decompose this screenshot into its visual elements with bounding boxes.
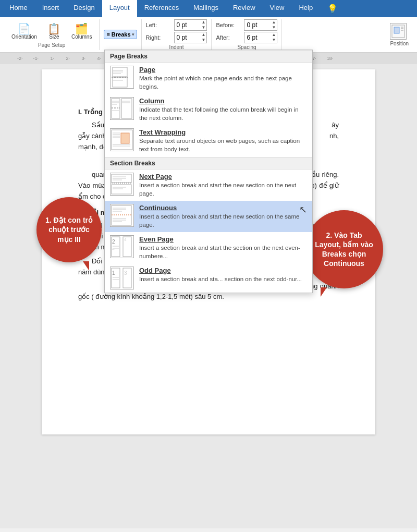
dropdown-item-even-page[interactable]: 2 – 4 Even Page Insert a section break a… (105, 232, 312, 263)
columns-icon: 🗂️ (75, 23, 88, 34)
orientation-icon: 📄 (18, 23, 31, 34)
indent-right-up[interactable]: ▲ (201, 32, 207, 38)
tab-review[interactable]: Review (226, 0, 263, 17)
breaks-label: ≡ Breaks (106, 31, 130, 38)
indent-left-input[interactable]: 0 pt (175, 21, 201, 29)
columns-label: Columns (71, 34, 92, 40)
even-page-desc: Insert a section break and start the sec… (139, 244, 307, 260)
tab-mailings[interactable]: Mailings (186, 0, 226, 17)
annotation-bubble-2: 2. Vào Tab Layout, bấm vào Breaks chọn C… (305, 210, 383, 288)
indent-right-input[interactable]: 0 pt (175, 33, 201, 42)
size-button[interactable]: 📋 Size (41, 22, 67, 41)
spacing-after-spinbox[interactable]: 6 pt ▲▼ (244, 32, 277, 43)
next-page-title: Next Page (139, 173, 307, 180)
indent-left-spinbox[interactable]: 0 pt ▲▼ (174, 19, 207, 31)
spacing-before-input[interactable]: 0 pt (244, 21, 271, 29)
dropdown-item-next-page[interactable]: Next Page Insert a section break and sta… (105, 170, 312, 201)
svg-rect-1 (394, 27, 399, 33)
svg-text:–: – (112, 247, 115, 251)
column-break-desc: Indicate that the text following the col… (139, 105, 307, 122)
tab-home[interactable]: Home (2, 0, 35, 17)
group-page-setup: 📄 Orientation 📋 Size 🗂️ Columns Page Set… (4, 19, 100, 50)
spacing-after-label: After: (216, 34, 242, 41)
cursor-indicator: ↖ (299, 204, 307, 215)
ribbon-tabs: Home Insert Design Layout References Mai… (0, 0, 417, 17)
even-page-title: Even Page (139, 235, 307, 243)
group-indent: Left: 0 pt ▲▼ Right: 0 pt ▲▼ I (142, 19, 212, 50)
next-page-icon (110, 173, 134, 196)
odd-page-text: Odd Page Insert a section break and sta.… (139, 267, 307, 283)
dropdown-item-text-wrapping[interactable]: Text Wrapping Separate text around objec… (105, 125, 312, 156)
spacing-before-down[interactable]: ▼ (271, 25, 277, 30)
ribbon-bar: 📄 Orientation 📋 Size 🗂️ Columns Page Set… (0, 17, 417, 53)
page-break-title: Page (139, 66, 307, 74)
svg-text:1: 1 (112, 270, 115, 276)
continuous-desc: Insert a section break and start the new… (139, 212, 307, 229)
section-page-breaks-title: Page Breaks (105, 50, 312, 63)
page-break-desc: Mark the point at which one page ends an… (139, 74, 307, 91)
dropdown-item-page[interactable]: Page Mark the point at which one page en… (105, 63, 312, 94)
svg-rect-13 (121, 99, 132, 118)
tab-references[interactable]: References (137, 0, 186, 17)
continuous-icon (110, 204, 134, 227)
text-wrapping-desc: Separate text around objects on web page… (139, 137, 307, 153)
indent-right-spinbox[interactable]: 0 pt ▲▼ (174, 32, 207, 43)
odd-page-title: Odd Page (139, 267, 307, 274)
page-setup-label: Page Setup (8, 42, 95, 48)
svg-rect-31 (112, 185, 131, 194)
svg-rect-12 (112, 99, 120, 118)
spacing-before-up[interactable]: ▲ (271, 20, 277, 25)
column-break-text: Column Indicate that the text following … (139, 97, 307, 122)
text-wrapping-icon (110, 128, 134, 151)
tab-view[interactable]: View (263, 0, 292, 17)
indent-right-down[interactable]: ▼ (201, 38, 207, 43)
breaks-button[interactable]: ≡ Breaks ▾ (104, 30, 137, 39)
indent-left-up[interactable]: ▲ (201, 20, 207, 25)
tab-help[interactable]: Help (291, 0, 320, 17)
indent-left-down[interactable]: ▼ (201, 25, 207, 30)
tab-design[interactable]: Design (66, 0, 102, 17)
orientation-button[interactable]: 📄 Orientation (8, 22, 40, 41)
svg-text:4: 4 (124, 237, 127, 242)
even-page-text: Even Page Insert a section break and sta… (139, 235, 307, 260)
size-icon: 📋 (47, 23, 60, 34)
spacing-after-down[interactable]: ▼ (271, 38, 277, 43)
continuous-title: Continuous (139, 204, 307, 212)
orientation-label: Orientation (11, 34, 37, 40)
dropdown-item-continuous[interactable]: Continuous Insert a section break and st… (105, 201, 312, 232)
breaks-dropdown-menu: Page Breaks Page Mark the point at which… (104, 50, 313, 293)
column-break-title: Column (139, 97, 307, 105)
breaks-dropdown-arrow: ▾ (132, 32, 134, 37)
tab-lightbulb[interactable]: 💡 (320, 0, 345, 17)
size-label: Size (49, 34, 59, 40)
even-page-icon: 2 – 4 (110, 235, 134, 258)
odd-page-icon: 1 3 (110, 267, 134, 289)
annotation-bubble-1: 1. Đặt con trỏ chuột trước mục III (36, 197, 102, 262)
indent-left-label: Left: (146, 22, 172, 28)
svg-text:2: 2 (112, 239, 115, 245)
dropdown-item-column[interactable]: Column Indicate that the text following … (105, 94, 312, 125)
svg-text:3: 3 (124, 270, 127, 276)
columns-button[interactable]: 🗂️ Columns (68, 22, 95, 41)
page-break-icon (110, 66, 134, 89)
position-label: Position (390, 41, 409, 46)
continuous-text: Continuous Insert a section break and st… (139, 204, 307, 229)
text-wrapping-text: Text Wrapping Separate text around objec… (139, 128, 307, 153)
ribbon: Home Insert Design Layout References Mai… (0, 0, 417, 53)
next-page-desc: Insert a section break and start the new… (139, 181, 307, 198)
next-page-text: Next Page Insert a section break and sta… (139, 173, 307, 198)
svg-rect-38 (112, 205, 131, 225)
group-breaks: ≡ Breaks ▾ (100, 19, 141, 50)
spacing-before-label: Before: (216, 22, 242, 28)
position-icon[interactable] (390, 23, 407, 40)
page-break-text: Page Mark the point at which one page en… (139, 66, 307, 91)
spacing-after-up[interactable]: ▲ (271, 32, 277, 38)
group-position: Position (386, 19, 413, 50)
section-section-breaks-title: Section Breaks (105, 157, 312, 170)
spacing-after-input[interactable]: 6 pt (244, 33, 271, 42)
tab-insert[interactable]: Insert (35, 0, 67, 17)
tab-layout[interactable]: Layout (102, 0, 137, 17)
bubble2-text: 2. Vào Tab Layout, bấm vào Breaks chọn C… (313, 231, 375, 269)
spacing-before-spinbox[interactable]: 0 pt ▲▼ (244, 19, 277, 31)
dropdown-item-odd-page[interactable]: 1 3 Odd Page Insert a section break and … (105, 263, 312, 293)
